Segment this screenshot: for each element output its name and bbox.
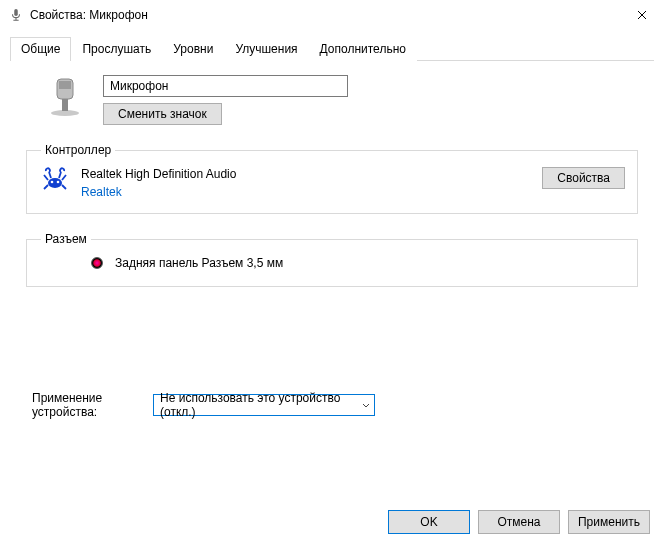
controller-vendor-link[interactable]: Realtek: [81, 185, 122, 199]
apply-button[interactable]: Применить: [568, 510, 650, 534]
tab-listen[interactable]: Прослушать: [71, 37, 162, 61]
svg-point-8: [51, 181, 54, 184]
close-button[interactable]: [619, 0, 664, 30]
device-usage-combo[interactable]: Не использовать это устройство (откл.): [153, 394, 375, 416]
device-usage-value: Не использовать это устройство (откл.): [160, 391, 362, 419]
dialog-footer: OK Отмена Применить: [388, 510, 650, 534]
tab-advanced[interactable]: Дополнительно: [309, 37, 417, 61]
jack-description: Задняя панель Разъем 3,5 мм: [115, 256, 283, 270]
ok-button[interactable]: OK: [388, 510, 470, 534]
tab-panel-general: Сменить значок Контроллер Realtek High D…: [10, 61, 654, 491]
device-microphone-icon: [45, 75, 85, 117]
chevron-down-icon: [362, 400, 370, 411]
device-usage-label: Применение устройства:: [32, 391, 117, 419]
jack-legend: Разъем: [41, 232, 91, 246]
controller-name: Realtek High Definition Audio: [81, 167, 530, 181]
svg-rect-0: [14, 9, 18, 16]
jack-group: Разъем Задняя панель Разъем 3,5 мм: [26, 232, 638, 287]
svg-point-9: [57, 181, 60, 184]
microphone-icon: [8, 7, 24, 23]
controller-group: Контроллер Realtek High Definition Audio…: [26, 143, 638, 214]
controller-legend: Контроллер: [41, 143, 115, 157]
tab-strip: Общие Прослушать Уровни Улучшения Дополн…: [10, 36, 654, 61]
svg-point-7: [48, 178, 62, 188]
cancel-button[interactable]: Отмена: [478, 510, 560, 534]
realtek-crab-icon: [41, 167, 69, 195]
tab-enhancements[interactable]: Улучшения: [224, 37, 308, 61]
svg-rect-6: [59, 81, 71, 89]
window-title: Свойства: Микрофон: [30, 8, 619, 22]
tab-general[interactable]: Общие: [10, 37, 71, 61]
tab-levels[interactable]: Уровни: [162, 37, 224, 61]
jack-color-icon: [91, 257, 103, 269]
title-bar: Свойства: Микрофон: [0, 0, 664, 30]
controller-properties-button[interactable]: Свойства: [542, 167, 625, 189]
device-name-input[interactable]: [103, 75, 348, 97]
change-icon-button[interactable]: Сменить значок: [103, 103, 222, 125]
